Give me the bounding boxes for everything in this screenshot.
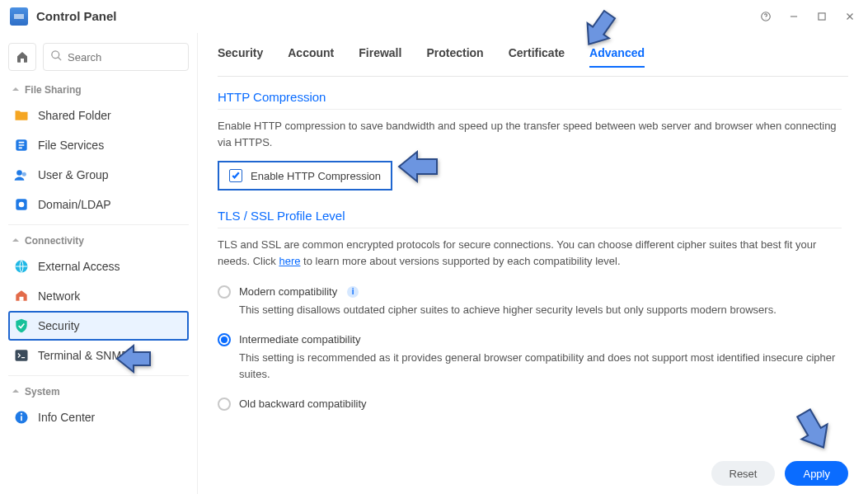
enable-http-compression-checkbox-row[interactable]: Enable HTTP Compression	[218, 161, 392, 191]
close-button[interactable]	[842, 8, 858, 25]
user-group-icon	[13, 167, 30, 183]
tab-bar: Security Account Firewall Protection Cer…	[218, 33, 848, 77]
svg-point-8	[22, 172, 26, 176]
sidebar-item-label: User & Group	[38, 168, 109, 181]
sidebar-item-label: Security	[38, 319, 80, 332]
section-file-sharing[interactable]: File Sharing	[8, 79, 189, 101]
sidebar-item-security[interactable]: Security	[8, 311, 189, 341]
sidebar-item-label: Domain/LDAP	[38, 198, 111, 211]
search-icon	[50, 49, 68, 64]
chevron-up-icon	[12, 386, 20, 398]
radio-label: Modern compatibility	[239, 285, 337, 298]
section-system[interactable]: System	[8, 381, 189, 402]
apply-button[interactable]: Apply	[785, 461, 848, 486]
http-compression-desc: Enable HTTP compression to save bandwidt…	[218, 118, 842, 151]
radio-modern-compatibility[interactable]: Modern compatibility i	[218, 285, 842, 299]
domain-icon	[13, 196, 30, 213]
sidebar-item-shared-folder[interactable]: Shared Folder	[8, 101, 189, 130]
window-title: Control Panel	[36, 9, 117, 23]
svg-point-1	[766, 18, 767, 19]
search-box[interactable]	[43, 43, 189, 71]
divider	[8, 375, 189, 376]
sidebar-item-user-group[interactable]: User & Group	[8, 160, 189, 190]
tls-ssl-title: TLS / SSL Profile Level	[218, 209, 842, 223]
sidebar-item-label: Terminal & SNMP	[38, 349, 129, 362]
sidebar-item-info-center[interactable]: Info Center	[8, 402, 189, 432]
tab-firewall[interactable]: Firewall	[359, 46, 401, 68]
maximize-button[interactable]	[814, 8, 830, 25]
divider	[218, 109, 842, 110]
svg-point-16	[21, 413, 22, 415]
home-button[interactable]	[8, 43, 36, 71]
section-label: Connectivity	[25, 235, 84, 247]
content-scroll[interactable]: HTTP Compression Enable HTTP compression…	[218, 77, 848, 431]
radio-desc: This setting is recommended as it provid…	[218, 346, 842, 389]
reset-button[interactable]: Reset	[711, 461, 776, 486]
sidebar-item-label: Info Center	[38, 411, 95, 424]
radio-checked-icon	[218, 333, 231, 346]
minimize-button[interactable]	[786, 8, 802, 25]
svg-rect-3	[819, 12, 825, 19]
title-bar: Control Panel	[0, 0, 868, 33]
sidebar-item-external-access[interactable]: External Access	[8, 252, 189, 281]
file-services-icon	[13, 137, 30, 153]
sidebar-item-label: Network	[38, 289, 80, 303]
radio-label: Intermediate compatibility	[239, 333, 360, 346]
tab-protection[interactable]: Protection	[426, 46, 483, 68]
search-input[interactable]	[68, 51, 181, 64]
sidebar-item-network[interactable]: Network	[8, 281, 189, 311]
tab-security[interactable]: Security	[218, 46, 263, 68]
tls-ssl-desc: TLS and SSL are common encrypted protoco…	[218, 237, 842, 270]
tab-advanced[interactable]: Advanced	[589, 46, 645, 68]
svg-rect-15	[21, 416, 22, 421]
sidebar-item-label: External Access	[38, 260, 120, 273]
section-label: File Sharing	[25, 84, 82, 96]
checkbox-label: Enable HTTP Compression	[251, 170, 381, 182]
terminal-icon	[13, 347, 30, 364]
http-compression-title: HTTP Compression	[218, 90, 842, 104]
section-connectivity[interactable]: Connectivity	[8, 230, 189, 252]
svg-rect-12	[20, 297, 24, 301]
svg-point-7	[16, 170, 22, 176]
globe-icon	[13, 258, 30, 275]
radio-unchecked-icon	[218, 398, 231, 411]
sidebar-item-domain-ldap[interactable]: Domain/LDAP	[8, 190, 189, 219]
app-logo-icon	[10, 7, 28, 26]
sidebar-item-label: File Services	[38, 139, 104, 152]
network-icon	[13, 288, 30, 304]
info-icon[interactable]: i	[347, 286, 359, 298]
radio-old-backward-compatibility[interactable]: Old backward compatibility	[218, 398, 842, 411]
here-link[interactable]: here	[279, 255, 300, 267]
folder-icon	[13, 107, 30, 124]
sidebar: File Sharing Shared Folder File Services…	[0, 33, 198, 494]
help-button[interactable]	[758, 8, 774, 25]
svg-rect-13	[16, 350, 28, 360]
checkbox-checked-icon[interactable]	[229, 169, 242, 182]
sidebar-item-label: Shared Folder	[38, 109, 111, 122]
svg-point-10	[19, 202, 25, 208]
radio-unchecked-icon	[218, 285, 231, 299]
sidebar-item-terminal-snmp[interactable]: Terminal & SNMP	[8, 341, 189, 370]
shield-icon	[13, 318, 30, 334]
radio-intermediate-compatibility[interactable]: Intermediate compatibility	[218, 333, 842, 346]
tab-certificate[interactable]: Certificate	[509, 46, 565, 68]
chevron-up-icon	[12, 235, 20, 247]
chevron-up-icon	[12, 84, 20, 96]
radio-desc: This setting disallows outdated cipher s…	[218, 299, 842, 325]
sidebar-item-file-services[interactable]: File Services	[8, 130, 189, 160]
info-icon	[13, 409, 30, 426]
tab-account[interactable]: Account	[288, 46, 334, 68]
section-label: System	[25, 386, 60, 398]
footer-buttons: Reset Apply	[711, 461, 849, 486]
divider	[218, 228, 842, 228]
divider	[8, 224, 189, 225]
radio-label: Old backward compatibility	[239, 398, 367, 410]
main-panel: Security Account Firewall Protection Cer…	[198, 33, 868, 494]
